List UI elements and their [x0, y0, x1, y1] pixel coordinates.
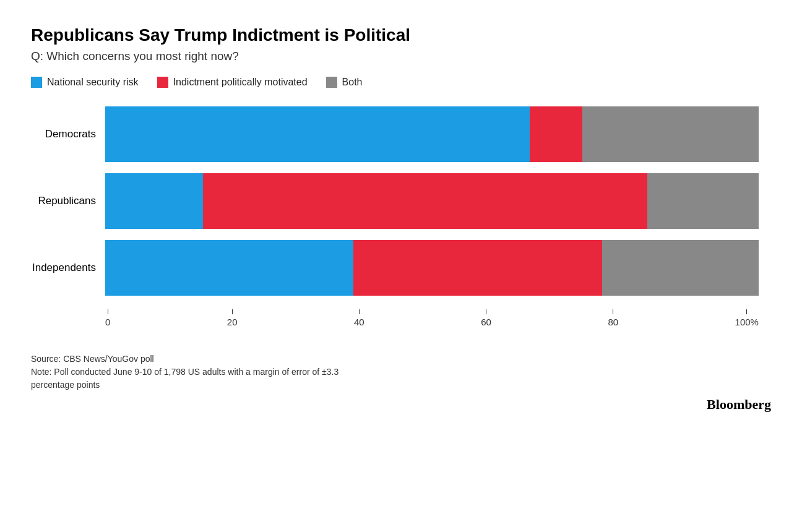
legend-item: Both — [326, 77, 363, 88]
tick-label: 100% — [735, 317, 759, 327]
tick-mark: 60 — [481, 309, 491, 327]
footnote: Source: CBS News/YouGov poll Note: Poll … — [31, 353, 771, 392]
tick-mark: 80 — [608, 309, 618, 327]
tick-mark: 20 — [227, 309, 238, 327]
bar-segment — [647, 173, 759, 229]
bar-segment — [105, 106, 530, 162]
bar-row: Independents — [105, 240, 759, 296]
bar-segment — [602, 240, 759, 296]
legend-label: Both — [342, 77, 363, 88]
bar-container — [105, 173, 759, 229]
tick-line — [359, 309, 360, 314]
x-axis-ticks: 020406080100% — [105, 309, 759, 327]
tick-label: 80 — [608, 317, 618, 327]
tick-label: 0 — [105, 317, 110, 327]
legend-label: Indictment politically motivated — [173, 77, 308, 88]
tick-label: 60 — [481, 317, 491, 327]
legend-color-swatch — [31, 77, 42, 88]
legend-color-swatch — [157, 77, 168, 88]
x-axis: 020406080100% — [105, 309, 759, 340]
bar-segment — [530, 106, 582, 162]
footnote-note: Note: Poll conducted June 9-10 of 1,798 … — [31, 366, 771, 392]
bar-container — [105, 240, 759, 296]
bar-segment — [582, 106, 759, 162]
tick-mark: 0 — [105, 309, 110, 327]
bar-segment — [105, 240, 353, 296]
bar-row: Democrats — [105, 106, 759, 162]
tick-line — [613, 309, 613, 314]
bloomberg-logo: Bloomberg — [31, 397, 771, 413]
tick-mark: 100% — [735, 309, 759, 327]
chart-area: DemocratsRepublicansIndependents — [105, 106, 759, 307]
legend-item: National security risk — [31, 77, 139, 88]
bar-segment — [353, 240, 602, 296]
legend: National security riskIndictment politic… — [31, 77, 771, 88]
tick-line — [486, 309, 486, 314]
legend-color-swatch — [326, 77, 337, 88]
tick-mark: 40 — [354, 309, 364, 327]
bar-row: Republicans — [105, 173, 759, 229]
tick-label: 20 — [227, 317, 238, 327]
chart-subtitle: Q: Which concerns you most right now? — [31, 49, 771, 63]
bar-segment — [203, 173, 647, 229]
bar-group-label: Independents — [31, 262, 105, 274]
tick-label: 40 — [354, 317, 364, 327]
tick-line — [108, 309, 108, 314]
legend-item: Indictment politically motivated — [157, 77, 308, 88]
legend-label: National security risk — [47, 77, 139, 88]
bar-container — [105, 106, 759, 162]
tick-line — [746, 309, 747, 314]
bar-group-label: Democrats — [31, 128, 105, 140]
tick-line — [232, 309, 233, 314]
footnote-source: Source: CBS News/YouGov poll — [31, 353, 771, 366]
bar-segment — [105, 173, 203, 229]
bar-group-label: Republicans — [31, 195, 105, 207]
chart-title: Republicans Say Trump Indictment is Poli… — [31, 25, 771, 46]
